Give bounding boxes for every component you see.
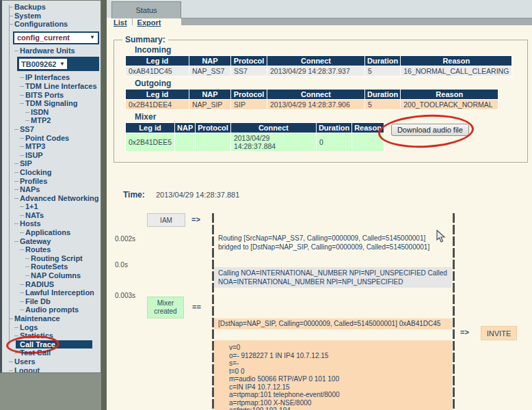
sidebar-item-point-codes[interactable]: Point Codes xyxy=(2,134,101,143)
sidebar-item-lawful-interception[interactable]: Lawful Interception xyxy=(2,288,101,297)
col-nap: NAP xyxy=(189,90,230,99)
sidebar-item-radius[interactable]: RADIUS xyxy=(2,280,101,289)
call-trace-page: Backups System Configurations config_cur… xyxy=(0,0,532,410)
sidebar: Backups System Configurations config_cur… xyxy=(0,0,107,410)
sidebar-item-routes[interactable]: Routes xyxy=(2,245,101,254)
sidebar-item-mtp2[interactable]: MTP2 xyxy=(2,116,101,125)
sidebar-item-call-trace[interactable]: Call Trace xyxy=(16,340,92,349)
cell-reason: 16_NORMAL_CALL_CLEARING xyxy=(401,66,511,76)
download-button-wrap: Download audio file xyxy=(391,123,469,136)
sidebar-item-1plus1[interactable]: 1+1 xyxy=(2,202,101,211)
trace-lifeline-right xyxy=(453,213,455,410)
sidebar-item-file-db[interactable]: File Db xyxy=(2,297,101,306)
cell-protocol xyxy=(196,133,230,151)
sidebar-divider xyxy=(101,0,107,410)
sidebar-item-tdm-signaling[interactable]: TDM Signaling xyxy=(2,99,101,108)
cell-protocol: SS7 xyxy=(231,66,267,76)
sidebar-item-ss7[interactable]: SS7 xyxy=(2,125,101,134)
sidebar-item-clocking[interactable]: Clocking xyxy=(2,168,101,177)
call-trace-wrap: Call Trace xyxy=(2,340,101,349)
sidebar-item-naps[interactable]: NAPs xyxy=(2,185,101,194)
cell-connect: 2013/04/29 14:28:37.906 xyxy=(267,100,364,109)
main-content: Status ListExport Summary: Incoming Leg … xyxy=(107,0,532,410)
unit-select-box: TB009262 ▼ xyxy=(17,57,99,71)
col-reason: Reason xyxy=(401,56,511,66)
col-leg-id: Leg id xyxy=(126,90,189,99)
arrow-right-icon: => xyxy=(460,328,469,336)
outgoing-label: Outgoing xyxy=(135,79,527,88)
export-link[interactable]: Export xyxy=(137,18,161,27)
cell-nap xyxy=(175,133,195,151)
col-nap: NAP xyxy=(189,56,230,66)
config-select[interactable]: config_current ▼ xyxy=(13,31,99,44)
sidebar-item-maintenance[interactable]: Maintenance xyxy=(2,314,101,323)
sidebar-item-configurations[interactable]: Configurations xyxy=(2,20,101,29)
cell-duration: 5 xyxy=(365,100,400,109)
sidebar-item-advanced-networking[interactable]: Advanced Networking xyxy=(2,194,101,203)
timestamp-label: 0.0s xyxy=(115,261,128,269)
sidebar-item-profiles[interactable]: Profiles xyxy=(2,177,101,186)
sidebar-item-sip[interactable]: SIP xyxy=(2,159,101,168)
toolbar: ListExport xyxy=(114,18,161,27)
sidebar-item-nap-columns[interactable]: NAP Columns xyxy=(2,271,101,280)
sidebar-item-isup[interactable]: ISUP xyxy=(2,151,101,160)
nav-tree: Backups System Configurations config_cur… xyxy=(2,3,101,373)
time-label: Time: xyxy=(123,190,145,200)
sidebar-item-ip-interfaces[interactable]: IP Interfaces xyxy=(2,73,101,82)
sidebar-item-audio-prompts[interactable]: Audio prompts xyxy=(2,305,101,314)
download-audio-button[interactable]: Download audio file xyxy=(391,124,469,136)
cell-nap: NAP_SIP xyxy=(189,100,230,109)
col-connect: Connect xyxy=(267,56,364,66)
col-duration: Duration xyxy=(365,56,400,66)
cell-connect: 2013/04/29 14:28:37.884 xyxy=(231,133,316,151)
incoming-table: Leg id NAP Protocol Connect Duration Rea… xyxy=(125,55,512,77)
sidebar-item-statistics[interactable]: Statistics xyxy=(2,331,101,340)
sidebar-item-test-call[interactable]: Test Call xyxy=(2,348,101,357)
sidebar-item-routing-script[interactable]: Routing Script xyxy=(2,254,101,263)
col-protocol: Protocol xyxy=(231,56,267,66)
chevron-down-icon: ▼ xyxy=(59,62,65,67)
table-header-row: Leg id NAP Protocol Connect Duration Rea… xyxy=(126,90,498,99)
call-trace-diagram: IAM => 0.002s Routing [SrcNap=NAP_SS7, C… xyxy=(107,205,532,410)
table-row: 0x2B41DEE4 NAP_SIP SIP 2013/04/29 14:28:… xyxy=(126,100,498,109)
table-row: 0x2B41DEE5 2013/04/29 14:28:37.884 0 xyxy=(126,133,384,151)
sidebar-item-nats[interactable]: NATs xyxy=(2,211,101,220)
cell-leg-id: 0xAB41DC45 xyxy=(126,66,189,76)
tab-strip-edge xyxy=(181,18,532,25)
col-connect: Connect xyxy=(231,123,316,133)
incoming-label: Incoming xyxy=(135,45,527,55)
sidebar-item-routesets[interactable]: RouteSets xyxy=(2,262,101,271)
table-header-row: Leg id NAP Protocol Connect Duration Rea… xyxy=(126,56,511,66)
cell-reason: 200_TOOLPACK_NORMAL xyxy=(401,100,498,109)
sidebar-item-bits-ports[interactable]: BITS Ports xyxy=(2,91,101,100)
noa-message: Calling NOA=INTERNATIONAL_NUMBER NPI=NPI… xyxy=(214,267,452,288)
sidebar-item-system[interactable]: System xyxy=(2,12,101,20)
sidebar-item-backups[interactable]: Backups xyxy=(2,3,101,12)
unit-select[interactable]: TB009262 ▼ xyxy=(18,58,68,70)
dstnap-message: [DstNap=NAP_SIP, Calling=0000009, Called… xyxy=(214,318,452,329)
col-reason: Reason xyxy=(352,123,384,133)
cell-duration: 0 xyxy=(317,133,351,151)
sidebar-item-hardware-units[interactable]: Hardware Units xyxy=(2,46,101,55)
sidebar-item-gateway[interactable]: Gateway xyxy=(2,237,101,246)
chevron-down-icon: ▼ xyxy=(90,35,95,40)
time-value: 2013/04/29 14:28:37.881 xyxy=(156,191,239,199)
sidebar-item-users[interactable]: Users xyxy=(2,357,101,366)
sidebar-item-isdn[interactable]: ISDN xyxy=(2,108,101,117)
sidebar-item-logs[interactable]: Logs xyxy=(2,323,101,332)
cell-duration: 5 xyxy=(365,66,400,76)
table-row: 0xAB41DC45 NAP_SS7 SS7 2013/04/29 14:28:… xyxy=(126,66,511,76)
col-protocol: Protocol xyxy=(231,90,267,99)
tab-status[interactable]: Status xyxy=(111,1,181,18)
invite-event-box: INVITE xyxy=(481,326,517,340)
sidebar-item-hosts[interactable]: Hosts xyxy=(2,219,101,228)
sidebar-item-logout[interactable]: Logout xyxy=(2,366,101,373)
link-divider xyxy=(132,18,133,25)
summary-legend: Summary: xyxy=(122,35,168,44)
sidebar-item-applications[interactable]: Applications xyxy=(2,228,101,237)
cell-reason xyxy=(352,133,384,151)
sidebar-item-tdm-line-interfaces[interactable]: TDM Line Interfaces xyxy=(2,82,101,91)
sidebar-item-mtp3[interactable]: MTP3 xyxy=(2,142,101,151)
list-link[interactable]: List xyxy=(114,18,127,27)
col-connect: Connect xyxy=(267,90,364,99)
